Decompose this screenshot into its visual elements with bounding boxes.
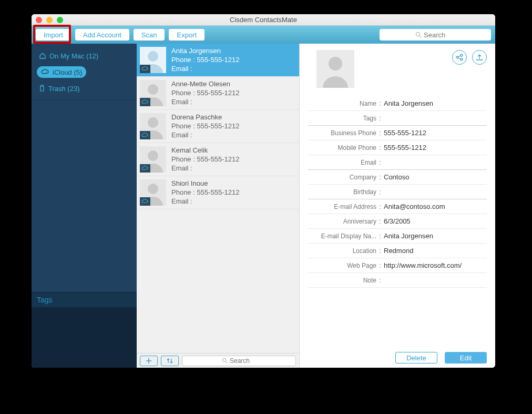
field-value[interactable]: 555-555-1212 [384,144,487,152]
detail-field-row: Tags: [308,111,487,126]
upload-icon [475,53,484,62]
svg-point-5 [148,150,158,161]
cloud-badge-icon [140,98,150,106]
scan-button[interactable]: Scan [134,29,165,41]
home-icon [39,52,46,59]
contact-list-item[interactable]: Anne-Mette OlesenPhone : 555-555-1212Ema… [137,77,299,110]
contact-fields: Name:Anita JorgensenTags:Business Phone:… [308,96,487,348]
toolbar-search[interactable] [380,29,491,41]
main-toolbar: Import Add Account Scan Export [32,26,495,44]
field-value[interactable]: Anita@contoso.com [384,203,487,210]
share-button[interactable] [452,50,467,65]
cloud-badge-icon [140,131,150,139]
contact-phone: Phone : 555-555-1212 [171,155,239,163]
avatar [140,146,166,173]
field-value[interactable]: 6/3/2005 [384,217,487,225]
person-icon [316,50,354,88]
field-label: Anniversary [308,218,376,225]
export-contact-button[interactable] [472,50,487,65]
sidebar-item-label: iCloud (5) [53,68,82,76]
field-value[interactable]: Anita Jorgensen [384,232,487,240]
sidebar-item-label: Trash (23) [48,85,79,93]
field-label: Web Page [308,262,376,269]
sidebar-item-on-my-mac[interactable]: On My Mac (12) [32,49,106,63]
svg-point-0 [416,33,420,36]
close-window-button[interactable] [36,17,42,23]
window-title: Cisdem ContactsMate [32,16,495,24]
detail-field-row: Web Page:http://www.microsoft.com/ [308,258,487,273]
avatar [140,47,166,73]
contact-list-item[interactable]: Shiori InouePhone : 555-555-1212Email : [137,176,299,209]
contact-name: Dorena Paschke [171,113,239,121]
svg-point-7 [222,358,226,361]
detail-field-row: E-mail Display Na...:Anita Jorgensen [308,229,487,244]
search-icon [415,32,422,38]
contact-list-item[interactable]: Kemal CelikPhone : 555-555-1212Email : [137,143,299,176]
field-value[interactable]: 555-555-1212 [384,129,487,137]
contact-phone: Phone : 555-555-1212 [171,188,239,196]
export-button[interactable]: Export [169,29,204,41]
svg-point-6 [148,184,158,194]
sort-icon [166,357,174,365]
contact-avatar[interactable] [316,50,354,88]
svg-point-2 [148,51,158,62]
field-label: Note [308,277,376,284]
detail-field-row: Birthday: [308,185,487,199]
sidebar-item-icloud[interactable]: iCloud (5) [37,66,86,78]
contact-list-item[interactable]: Anita JorgensenPhone : 555-555-1212Email… [137,44,299,77]
edit-button[interactable]: Edit [445,352,487,363]
cloud-badge-icon [140,65,150,73]
detail-field-row: Company:Contoso [308,170,487,185]
minimize-window-button[interactable] [46,17,53,23]
detail-field-row: Name:Anita Jorgensen [308,96,487,111]
detail-field-row: E-mail Address:Anita@contoso.com [308,199,487,214]
app-window: Cisdem ContactsMate Import Add Account S… [32,14,495,368]
field-value[interactable]: Contoso [384,173,487,181]
contact-email: Email : [171,197,239,205]
toolbar-search-input[interactable] [424,31,455,39]
search-icon [222,358,228,363]
contact-name: Anne-Mette Olesen [171,80,239,88]
svg-line-8 [226,361,227,363]
field-value[interactable]: Redmond [384,247,487,255]
sort-button[interactable] [161,356,179,366]
svg-point-9 [329,57,342,70]
field-value[interactable]: Anita Jorgensen [384,99,487,107]
contact-phone: Phone : 555-555-1212 [171,56,239,64]
contact-email: Email : [171,131,239,139]
contact-list-pane: Anita JorgensenPhone : 555-555-1212Email… [137,44,300,368]
svg-point-12 [461,58,463,60]
svg-point-10 [456,56,458,58]
field-label: E-mail Display Na... [308,233,376,240]
field-label: Name [308,100,376,107]
contact-list-footer [137,353,299,368]
titlebar: Cisdem ContactsMate [32,14,495,26]
delete-button[interactable]: Delete [395,352,437,363]
fullscreen-window-button[interactable] [57,17,63,23]
sidebar-tags-header[interactable]: Tags [32,292,137,308]
sidebar-item-label: On My Mac (12) [49,52,98,60]
import-button[interactable]: Import [36,29,71,41]
contact-list-search[interactable] [182,356,296,366]
contact-phone: Phone : 555-555-1212 [171,89,239,97]
cloud-badge-icon [140,164,150,173]
sidebar-item-trash[interactable]: Trash (23) [32,82,87,95]
field-label: Tags [308,115,376,122]
field-label: E-mail Address [308,203,376,210]
cloud-badge-icon [140,197,150,206]
contact-detail-pane: Name:Anita JorgensenTags:Business Phone:… [300,44,495,368]
contact-name: Kemal Celik [171,146,239,154]
contact-list[interactable]: Anita JorgensenPhone : 555-555-1212Email… [137,44,299,353]
add-account-button[interactable]: Add Account [75,29,129,41]
field-label: Email [308,159,376,166]
contact-list-item[interactable]: Dorena PaschkePhone : 555-555-1212Email … [137,110,299,143]
contact-email: Email : [171,65,239,73]
field-label: Business Phone [308,129,376,137]
field-value[interactable]: http://www.microsoft.com/ [384,261,487,269]
add-contact-button[interactable] [140,356,158,366]
svg-point-11 [461,54,463,56]
detail-field-row: Email: [308,155,487,170]
field-label: Company [308,174,376,181]
svg-line-1 [420,36,421,37]
contact-list-search-input[interactable] [230,357,256,365]
